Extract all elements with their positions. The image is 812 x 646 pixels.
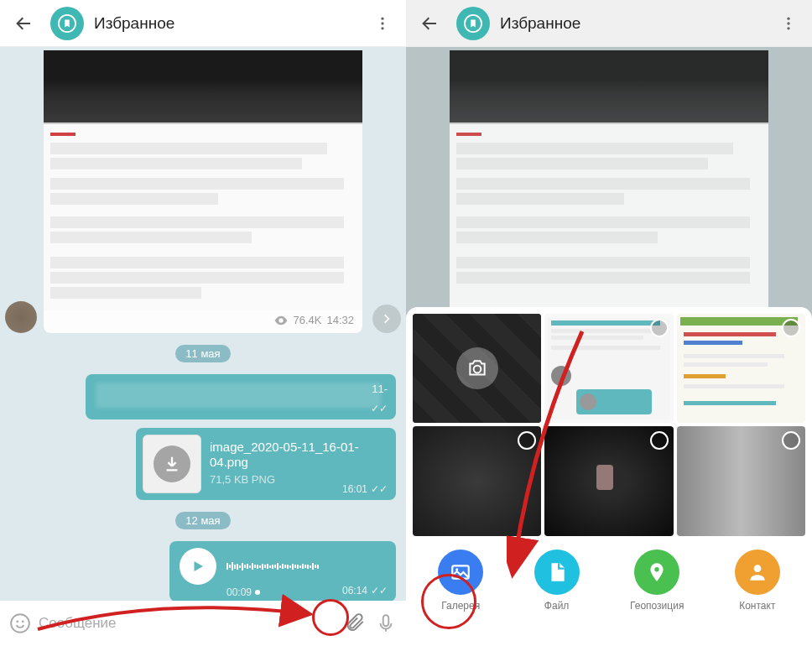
- location-icon: [646, 561, 668, 583]
- message-text-blurred: [44, 124, 362, 310]
- chat-title: Избранное: [500, 14, 772, 33]
- message-input-bar: Сообщение: [0, 601, 406, 646]
- attach-sheet-screen: Избранное: [406, 0, 812, 646]
- tab-location[interactable]: Геопозиция: [630, 550, 684, 612]
- audio-elapsed: 00:09: [226, 586, 260, 598]
- views-count: 76.4K: [293, 314, 321, 326]
- chat-avatar[interactable]: [456, 7, 490, 40]
- chat-header: Избранное: [0, 0, 406, 47]
- eye-icon: [274, 315, 288, 326]
- tab-file[interactable]: Файл: [534, 550, 580, 612]
- message-input[interactable]: Сообщение: [39, 615, 337, 632]
- arrow-left-icon: [419, 13, 440, 34]
- message-time: 16:01 ✓✓: [342, 483, 388, 495]
- voice-button[interactable]: [374, 612, 398, 635]
- contact-icon: [747, 561, 768, 583]
- message-time: 14:32: [326, 314, 354, 326]
- svg-point-12: [473, 366, 481, 373]
- download-button[interactable]: [154, 445, 190, 482]
- back-button[interactable]: [413, 7, 446, 40]
- checkmark-icon: ✓✓: [371, 483, 388, 495]
- message-time: 06:14 ✓✓: [342, 585, 388, 597]
- forward-button[interactable]: [372, 305, 401, 333]
- svg-point-14: [455, 568, 458, 570]
- more-vert-icon: [374, 15, 391, 32]
- gallery-thumbnail[interactable]: [677, 314, 805, 423]
- smile-icon: [9, 612, 31, 634]
- gallery-thumbnail[interactable]: [544, 426, 673, 535]
- selection-circle[interactable]: [782, 431, 800, 450]
- microphone-icon: [375, 612, 397, 634]
- svg-point-2: [381, 22, 383, 24]
- gallery-thumbnail[interactable]: [544, 314, 673, 423]
- more-vert-icon: [780, 15, 797, 32]
- tab-label: Файл: [544, 600, 570, 612]
- gallery-grid: [413, 314, 805, 536]
- checkmark-icon: ✓✓: [371, 585, 388, 597]
- gallery-thumbnail[interactable]: [677, 426, 805, 535]
- chat-header: Избранное: [406, 0, 812, 47]
- svg-point-10: [787, 22, 789, 24]
- tab-label: Геопозиция: [630, 600, 684, 612]
- play-button[interactable]: [180, 548, 216, 585]
- svg-rect-7: [383, 615, 389, 626]
- more-button[interactable]: [772, 7, 805, 40]
- camera-tile[interactable]: [413, 314, 541, 423]
- bookmark-icon: [58, 14, 76, 33]
- svg-point-16: [753, 565, 761, 572]
- forwarded-message[interactable]: 76.4K 14:32: [44, 50, 362, 333]
- image-icon: [450, 561, 471, 583]
- paperclip-icon: [345, 612, 367, 634]
- chat-title: Избранное: [94, 14, 366, 33]
- bubble-suffix: 11-: [372, 383, 388, 395]
- svg-point-11: [787, 27, 789, 29]
- voice-message[interactable]: 00:09 06:14 ✓✓: [169, 541, 396, 601]
- play-icon: [190, 559, 206, 574]
- audio-waveform[interactable]: [226, 558, 386, 575]
- back-button[interactable]: [7, 7, 40, 40]
- attachment-sheet: Галерея Файл Геопозиция Контакт: [406, 307, 812, 646]
- file-thumbnail[interactable]: [143, 435, 201, 493]
- bookmark-icon: [464, 14, 482, 33]
- camera-icon: [466, 357, 488, 379]
- svg-point-6: [22, 620, 24, 623]
- file-message[interactable]: image_2020-05-11_16-01-04.png 71,5 KB PN…: [136, 428, 396, 500]
- attach-tabs: Галерея Файл Геопозиция Контакт: [413, 536, 805, 618]
- tab-label: Контакт: [739, 600, 775, 612]
- sender-avatar[interactable]: [5, 301, 37, 333]
- chat-avatar[interactable]: [50, 7, 84, 40]
- tab-contact[interactable]: Контакт: [735, 550, 780, 612]
- file-name: image_2020-05-11_16-01-04.png: [210, 440, 389, 470]
- date-separator: 11 мая: [175, 345, 230, 362]
- chat-area[interactable]: 76.4K 14:32 11 мая 11- ✓✓ image_2020-05-…: [0, 47, 406, 601]
- svg-point-5: [16, 620, 18, 623]
- svg-point-4: [11, 614, 29, 633]
- chevron-right-icon: [381, 313, 393, 325]
- chat-screen: Избранное 76.4K 14:32: [0, 0, 406, 646]
- selection-circle[interactable]: [650, 319, 669, 337]
- svg-point-15: [654, 567, 658, 571]
- attach-button[interactable]: [344, 612, 367, 635]
- svg-point-1: [381, 17, 383, 19]
- checkmark-icon: ✓✓: [371, 403, 388, 414]
- gallery-thumbnail[interactable]: [413, 426, 541, 535]
- file-icon: [546, 561, 568, 583]
- date-separator: 12 мая: [175, 512, 230, 529]
- selection-circle[interactable]: [650, 431, 669, 450]
- svg-point-9: [787, 17, 789, 19]
- chat-area-dimmed: [406, 47, 812, 307]
- tab-label: Галерея: [441, 600, 480, 612]
- message-image: [44, 50, 362, 124]
- emoji-button[interactable]: [8, 612, 32, 635]
- download-icon: [163, 455, 181, 473]
- message-meta: 76.4K 14:32: [44, 310, 362, 326]
- arrow-left-icon: [13, 13, 34, 34]
- selection-circle[interactable]: [782, 319, 800, 337]
- more-button[interactable]: [366, 7, 399, 40]
- text-message[interactable]: 11- ✓✓: [86, 374, 396, 419]
- selection-circle[interactable]: [518, 431, 536, 450]
- svg-point-3: [381, 27, 383, 29]
- tab-gallery[interactable]: Галерея: [438, 550, 483, 612]
